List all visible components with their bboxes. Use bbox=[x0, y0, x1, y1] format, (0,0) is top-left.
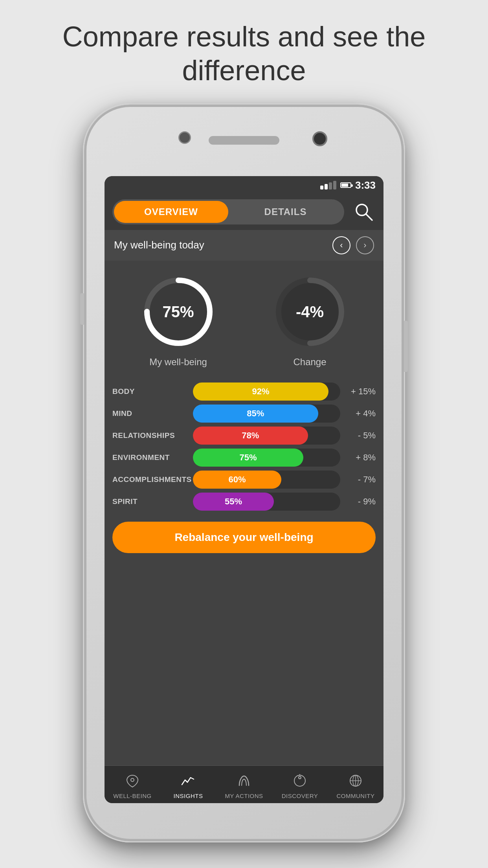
nav-label-wellbeing: WELL-BEING bbox=[113, 793, 152, 799]
nav-label-myactions: MY ACTIONS bbox=[225, 793, 263, 799]
signal-bar-3 bbox=[329, 182, 332, 189]
phone-mockup: 3:33 OVERVIEW DETAILS My well-being toda… bbox=[83, 103, 405, 842]
search-button[interactable] bbox=[352, 200, 376, 224]
nav-label-insights: INSIGHTS bbox=[174, 793, 203, 799]
next-date-button[interactable]: › bbox=[356, 236, 374, 254]
bar-row: MIND 85% + 4% bbox=[112, 405, 376, 423]
nav-label-community: COMMUNITY bbox=[337, 793, 375, 799]
bar-change-3: + 8% bbox=[344, 452, 376, 463]
bar-change-4: - 7% bbox=[344, 474, 376, 485]
search-icon bbox=[354, 202, 374, 222]
nav-icon-community bbox=[346, 771, 365, 790]
status-bar: 3:33 bbox=[105, 176, 383, 193]
svg-point-8 bbox=[299, 776, 301, 779]
nav-item-myactions[interactable]: MY ACTIONS bbox=[216, 771, 272, 799]
bar-row: ENVIRONMENT 75% + 8% bbox=[112, 449, 376, 467]
bar-fill-2: 78% bbox=[193, 427, 308, 445]
phone-power-button bbox=[404, 321, 408, 372]
wellbeing-gauge-container: 75% My well-being bbox=[139, 272, 218, 368]
bar-label-accomplishments: ACCOMPLISHMENTS bbox=[112, 475, 189, 484]
nav-item-insights[interactable]: INSIGHTS bbox=[160, 771, 216, 799]
bars-section: BODY 92% + 15% MIND 85% + 4% RELATIONSHI… bbox=[112, 383, 376, 511]
main-content: 75% My well-being -4% Change bbox=[105, 261, 383, 765]
nav-item-wellbeing[interactable]: WELL-BEING bbox=[105, 771, 160, 799]
bar-track-1: 85% bbox=[193, 405, 340, 423]
bar-track-3: 75% bbox=[193, 449, 340, 467]
bar-change-1: + 4% bbox=[344, 408, 376, 419]
wellbeing-label: My well-being bbox=[149, 357, 207, 368]
nav-label-discovery: DISCOVERY bbox=[282, 793, 318, 799]
bar-track-5: 55% bbox=[193, 493, 340, 511]
bar-label-body: BODY bbox=[112, 387, 189, 396]
bar-change-2: - 5% bbox=[344, 430, 376, 441]
details-tab[interactable]: DETAILS bbox=[228, 201, 343, 223]
nav-icon-insights bbox=[179, 771, 198, 790]
svg-point-6 bbox=[131, 778, 134, 782]
date-label: My well-being today bbox=[114, 239, 204, 251]
gauges-row: 75% My well-being -4% Change bbox=[112, 268, 376, 375]
bar-change-5: - 9% bbox=[344, 497, 376, 507]
bottom-navigation: WELL-BEING INSIGHTS MY ACTIONS DISCOVERY… bbox=[105, 765, 383, 803]
bar-label-mind: MIND bbox=[112, 409, 189, 418]
svg-line-1 bbox=[366, 214, 372, 220]
battery-fill bbox=[341, 184, 348, 187]
bar-fill-1: 85% bbox=[193, 405, 318, 423]
change-label: Change bbox=[293, 357, 326, 368]
bar-label-spirit: SPIRIT bbox=[112, 497, 189, 506]
bar-fill-0: 92% bbox=[193, 383, 328, 401]
rebalance-button[interactable]: Rebalance your well-being bbox=[112, 522, 376, 553]
change-value: -4% bbox=[296, 303, 324, 320]
status-time: 3:33 bbox=[355, 179, 376, 191]
phone-camera-right bbox=[312, 131, 327, 146]
bar-track-4: 60% bbox=[193, 471, 340, 489]
bar-row: ACCOMPLISHMENTS 60% - 7% bbox=[112, 471, 376, 489]
signal-bar-1 bbox=[320, 186, 323, 189]
bar-row: SPIRIT 55% - 9% bbox=[112, 493, 376, 511]
bar-fill-5: 55% bbox=[193, 493, 274, 511]
bar-label-environment: ENVIRONMENT bbox=[112, 453, 189, 462]
bar-track-0: 92% bbox=[193, 383, 340, 401]
prev-date-button[interactable]: ‹ bbox=[332, 236, 350, 254]
phone-screen: 3:33 OVERVIEW DETAILS My well-being toda… bbox=[105, 176, 383, 803]
bar-row: BODY 92% + 15% bbox=[112, 383, 376, 401]
battery-indicator bbox=[340, 182, 351, 188]
bar-fill-4: 60% bbox=[193, 471, 281, 489]
signal-bar-4 bbox=[333, 181, 336, 189]
nav-icon-discovery bbox=[290, 771, 309, 790]
view-toggle-bar: OVERVIEW DETAILS bbox=[105, 193, 383, 230]
date-navigation-row: My well-being today ‹ › bbox=[105, 230, 383, 261]
view-toggle: OVERVIEW DETAILS bbox=[112, 199, 344, 224]
overview-tab[interactable]: OVERVIEW bbox=[114, 201, 228, 223]
change-gauge: -4% bbox=[271, 272, 349, 351]
nav-icon-wellbeing bbox=[123, 771, 142, 790]
nav-item-discovery[interactable]: DISCOVERY bbox=[272, 771, 328, 799]
bar-row: RELATIONSHIPS 78% - 5% bbox=[112, 427, 376, 445]
signal-bar-2 bbox=[325, 184, 328, 189]
svg-point-7 bbox=[294, 775, 305, 786]
page-tagline: Compare results and see the difference bbox=[0, 0, 488, 99]
phone-speaker bbox=[209, 136, 279, 145]
bar-track-2: 78% bbox=[193, 427, 340, 445]
phone-volume-button bbox=[80, 293, 84, 325]
wellbeing-gauge: 75% bbox=[139, 272, 218, 351]
signal-indicator bbox=[320, 181, 336, 189]
nav-icon-myactions bbox=[235, 771, 253, 790]
bar-label-relationships: RELATIONSHIPS bbox=[112, 431, 189, 440]
date-arrows: ‹ › bbox=[332, 236, 374, 254]
nav-item-community[interactable]: COMMUNITY bbox=[328, 771, 383, 799]
bar-fill-3: 75% bbox=[193, 449, 303, 467]
phone-camera-left bbox=[178, 131, 191, 144]
bar-change-0: + 15% bbox=[344, 386, 376, 397]
change-gauge-container: -4% Change bbox=[271, 272, 349, 368]
wellbeing-value: 75% bbox=[162, 303, 194, 320]
